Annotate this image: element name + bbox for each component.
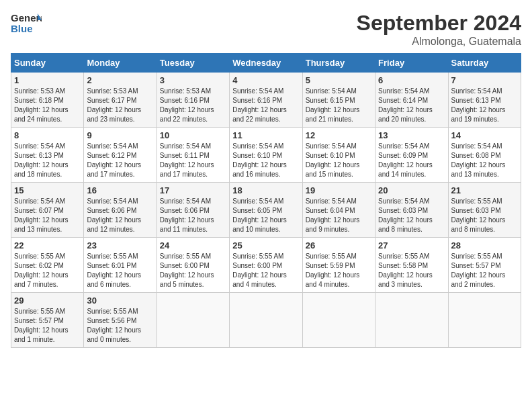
calendar-cell: 23 Sunrise: 5:55 AM Sunset: 6:01 PM Dayl… bbox=[84, 238, 157, 293]
calendar-cell: 28 Sunrise: 5:55 AM Sunset: 5:57 PM Dayl… bbox=[448, 238, 521, 293]
day-number: 8 bbox=[14, 130, 81, 140]
header-row: SundayMondayTuesdayWednesdayThursdayFrid… bbox=[11, 54, 521, 73]
calendar-week-row: 8 Sunrise: 5:54 AM Sunset: 6:13 PM Dayli… bbox=[11, 128, 521, 183]
day-info: Sunrise: 5:54 AM Sunset: 6:07 PM Dayligh… bbox=[14, 197, 81, 234]
calendar-cell: 3 Sunrise: 5:53 AM Sunset: 6:16 PM Dayli… bbox=[157, 73, 229, 128]
calendar-cell: 29 Sunrise: 5:55 AM Sunset: 5:57 PM Dayl… bbox=[11, 293, 84, 348]
day-number: 14 bbox=[451, 130, 518, 140]
day-info: Sunrise: 5:54 AM Sunset: 6:10 PM Dayligh… bbox=[306, 142, 372, 179]
weekday-header: Wednesday bbox=[230, 54, 302, 73]
day-info: Sunrise: 5:55 AM Sunset: 5:58 PM Dayligh… bbox=[378, 252, 445, 289]
day-number: 13 bbox=[378, 130, 445, 140]
logo: General Blue bbox=[11, 11, 42, 36]
day-number: 30 bbox=[87, 295, 153, 306]
day-info: Sunrise: 5:54 AM Sunset: 6:10 PM Dayligh… bbox=[232, 142, 299, 179]
day-number: 19 bbox=[306, 185, 372, 195]
day-number: 9 bbox=[87, 130, 153, 140]
weekday-header: Friday bbox=[375, 54, 448, 73]
day-info: Sunrise: 5:55 AM Sunset: 5:56 PM Dayligh… bbox=[87, 307, 153, 345]
day-info: Sunrise: 5:54 AM Sunset: 6:16 PM Dayligh… bbox=[232, 87, 299, 124]
calendar-cell bbox=[157, 293, 229, 348]
weekday-header: Tuesday bbox=[157, 54, 229, 73]
day-info: Sunrise: 5:54 AM Sunset: 6:06 PM Dayligh… bbox=[160, 197, 226, 234]
calendar-cell bbox=[375, 293, 448, 348]
calendar-cell: 13 Sunrise: 5:54 AM Sunset: 6:09 PM Dayl… bbox=[375, 128, 448, 183]
calendar-cell: 8 Sunrise: 5:54 AM Sunset: 6:13 PM Dayli… bbox=[11, 128, 84, 183]
calendar-week-row: 22 Sunrise: 5:55 AM Sunset: 6:02 PM Dayl… bbox=[11, 238, 521, 293]
day-info: Sunrise: 5:54 AM Sunset: 6:03 PM Dayligh… bbox=[378, 197, 445, 234]
day-info: Sunrise: 5:55 AM Sunset: 5:59 PM Dayligh… bbox=[306, 252, 372, 289]
day-number: 16 bbox=[87, 185, 153, 195]
calendar-cell: 4 Sunrise: 5:54 AM Sunset: 6:16 PM Dayli… bbox=[230, 73, 302, 128]
day-number: 12 bbox=[306, 130, 372, 140]
day-number: 7 bbox=[451, 75, 518, 85]
day-info: Sunrise: 5:54 AM Sunset: 6:09 PM Dayligh… bbox=[378, 142, 445, 179]
day-info: Sunrise: 5:55 AM Sunset: 6:00 PM Dayligh… bbox=[160, 252, 226, 289]
calendar-cell: 24 Sunrise: 5:55 AM Sunset: 6:00 PM Dayl… bbox=[157, 238, 229, 293]
day-info: Sunrise: 5:53 AM Sunset: 6:16 PM Dayligh… bbox=[160, 87, 226, 124]
calendar-cell: 7 Sunrise: 5:54 AM Sunset: 6:13 PM Dayli… bbox=[448, 73, 521, 128]
title-area: September 2024 Almolonga, Guatemala bbox=[357, 11, 521, 48]
day-info: Sunrise: 5:54 AM Sunset: 6:11 PM Dayligh… bbox=[160, 142, 226, 179]
day-info: Sunrise: 5:54 AM Sunset: 6:06 PM Dayligh… bbox=[87, 197, 153, 234]
weekday-header: Monday bbox=[84, 54, 157, 73]
day-number: 6 bbox=[378, 75, 445, 85]
day-number: 27 bbox=[378, 240, 445, 250]
calendar-cell: 10 Sunrise: 5:54 AM Sunset: 6:11 PM Dayl… bbox=[157, 128, 229, 183]
calendar-cell: 11 Sunrise: 5:54 AM Sunset: 6:10 PM Dayl… bbox=[230, 128, 302, 183]
day-info: Sunrise: 5:54 AM Sunset: 6:13 PM Dayligh… bbox=[451, 87, 518, 124]
day-number: 10 bbox=[160, 130, 226, 140]
calendar-table: SundayMondayTuesdayWednesdayThursdayFrid… bbox=[11, 53, 521, 348]
calendar-cell: 25 Sunrise: 5:55 AM Sunset: 6:00 PM Dayl… bbox=[230, 238, 302, 293]
calendar-cell: 22 Sunrise: 5:55 AM Sunset: 6:02 PM Dayl… bbox=[11, 238, 84, 293]
weekday-header: Sunday bbox=[11, 54, 84, 73]
day-number: 25 bbox=[232, 240, 299, 250]
day-number: 20 bbox=[378, 185, 445, 195]
day-number: 3 bbox=[160, 75, 226, 85]
calendar-cell: 26 Sunrise: 5:55 AM Sunset: 5:59 PM Dayl… bbox=[302, 238, 375, 293]
day-info: Sunrise: 5:54 AM Sunset: 6:05 PM Dayligh… bbox=[232, 197, 299, 234]
day-number: 24 bbox=[160, 240, 226, 250]
day-info: Sunrise: 5:54 AM Sunset: 6:12 PM Dayligh… bbox=[87, 142, 153, 179]
day-info: Sunrise: 5:54 AM Sunset: 6:15 PM Dayligh… bbox=[306, 87, 372, 124]
day-info: Sunrise: 5:55 AM Sunset: 6:03 PM Dayligh… bbox=[451, 197, 518, 234]
day-number: 2 bbox=[87, 75, 153, 85]
day-number: 28 bbox=[451, 240, 518, 250]
calendar-week-row: 29 Sunrise: 5:55 AM Sunset: 5:57 PM Dayl… bbox=[11, 293, 521, 348]
day-number: 4 bbox=[232, 75, 299, 85]
day-number: 21 bbox=[451, 185, 518, 195]
calendar-cell: 21 Sunrise: 5:55 AM Sunset: 6:03 PM Dayl… bbox=[448, 183, 521, 238]
day-number: 17 bbox=[160, 185, 226, 195]
day-info: Sunrise: 5:55 AM Sunset: 6:01 PM Dayligh… bbox=[87, 252, 153, 289]
day-number: 26 bbox=[306, 240, 372, 250]
month-title: September 2024 bbox=[357, 11, 521, 36]
calendar-cell: 5 Sunrise: 5:54 AM Sunset: 6:15 PM Dayli… bbox=[302, 73, 375, 128]
weekday-header: Saturday bbox=[448, 54, 521, 73]
day-number: 15 bbox=[14, 185, 81, 195]
calendar-week-row: 1 Sunrise: 5:53 AM Sunset: 6:18 PM Dayli… bbox=[11, 73, 521, 128]
day-info: Sunrise: 5:53 AM Sunset: 6:18 PM Dayligh… bbox=[14, 87, 81, 124]
calendar-cell: 19 Sunrise: 5:54 AM Sunset: 6:04 PM Dayl… bbox=[302, 183, 375, 238]
calendar-week-row: 15 Sunrise: 5:54 AM Sunset: 6:07 PM Dayl… bbox=[11, 183, 521, 238]
weekday-header: Thursday bbox=[302, 54, 375, 73]
calendar-cell: 27 Sunrise: 5:55 AM Sunset: 5:58 PM Dayl… bbox=[375, 238, 448, 293]
day-number: 11 bbox=[232, 130, 299, 140]
day-info: Sunrise: 5:54 AM Sunset: 6:08 PM Dayligh… bbox=[451, 142, 518, 179]
header: General Blue September 2024 Almolonga, G… bbox=[11, 11, 521, 48]
svg-text:Blue: Blue bbox=[11, 23, 33, 34]
day-number: 1 bbox=[14, 75, 81, 85]
day-info: Sunrise: 5:55 AM Sunset: 6:02 PM Dayligh… bbox=[14, 252, 81, 289]
calendar-cell: 30 Sunrise: 5:55 AM Sunset: 5:56 PM Dayl… bbox=[84, 293, 157, 348]
calendar-cell: 1 Sunrise: 5:53 AM Sunset: 6:18 PM Dayli… bbox=[11, 73, 84, 128]
calendar-cell: 9 Sunrise: 5:54 AM Sunset: 6:12 PM Dayli… bbox=[84, 128, 157, 183]
day-info: Sunrise: 5:55 AM Sunset: 5:57 PM Dayligh… bbox=[451, 252, 518, 289]
day-info: Sunrise: 5:54 AM Sunset: 6:14 PM Dayligh… bbox=[378, 87, 445, 124]
calendar-cell: 6 Sunrise: 5:54 AM Sunset: 6:14 PM Dayli… bbox=[375, 73, 448, 128]
calendar-cell: 12 Sunrise: 5:54 AM Sunset: 6:10 PM Dayl… bbox=[302, 128, 375, 183]
day-number: 5 bbox=[306, 75, 372, 85]
calendar-cell: 16 Sunrise: 5:54 AM Sunset: 6:06 PM Dayl… bbox=[84, 183, 157, 238]
calendar-cell: 17 Sunrise: 5:54 AM Sunset: 6:06 PM Dayl… bbox=[157, 183, 229, 238]
calendar-cell: 14 Sunrise: 5:54 AM Sunset: 6:08 PM Dayl… bbox=[448, 128, 521, 183]
calendar-cell bbox=[230, 293, 302, 348]
day-info: Sunrise: 5:54 AM Sunset: 6:13 PM Dayligh… bbox=[14, 142, 81, 179]
